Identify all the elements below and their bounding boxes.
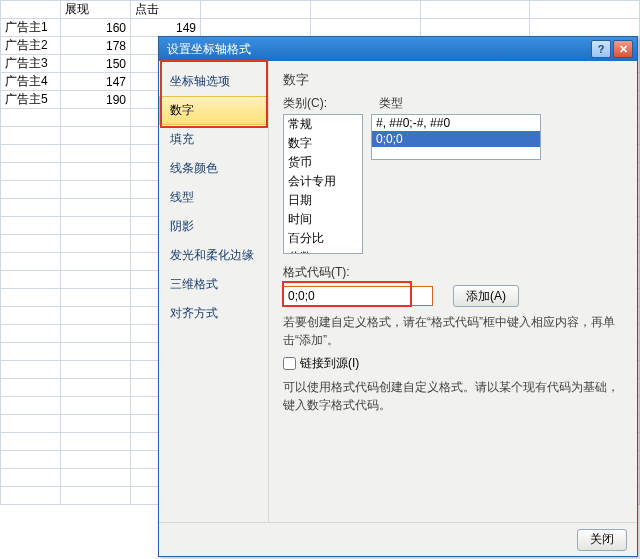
add-button[interactable]: 添加(A) <box>453 285 519 307</box>
sidebar-item-axis-options[interactable]: 坐标轴选项 <box>159 67 268 96</box>
empty-cell <box>530 1 640 19</box>
sidebar-item-3d[interactable]: 三维格式 <box>159 270 268 299</box>
table-row: 广告主1160149 <box>1 19 640 37</box>
cell[interactable]: 149 <box>131 19 201 37</box>
type-label: 类型 <box>379 95 403 112</box>
sidebar-item-line-style[interactable]: 线型 <box>159 183 268 212</box>
empty-cell <box>420 1 530 19</box>
cell[interactable]: 178 <box>61 37 131 55</box>
list-item[interactable]: 数字 <box>284 134 362 153</box>
cell[interactable]: 广告主1 <box>1 19 61 37</box>
sidebar-item-glow[interactable]: 发光和柔化边缘 <box>159 241 268 270</box>
cell[interactable]: 190 <box>61 91 131 109</box>
panel-title: 数字 <box>283 71 623 89</box>
list-item[interactable]: 会计专用 <box>284 172 362 191</box>
category-listbox[interactable]: 常规 数字 货币 会计专用 日期 时间 百分比 分数 科学记数 文本 特殊格式 … <box>283 114 363 254</box>
number-panel: 数字 类别(C): 类型 常规 数字 货币 会计专用 日期 时间 百分比 分数 … <box>269 61 637 522</box>
cell[interactable]: 广告主5 <box>1 91 61 109</box>
list-item[interactable]: 日期 <box>284 191 362 210</box>
col-header-b: 展现 <box>61 1 131 19</box>
sidebar-item-fill[interactable]: 填充 <box>159 125 268 154</box>
linked-label: 链接到源(I) <box>300 355 359 372</box>
cell[interactable]: 150 <box>61 55 131 73</box>
list-item[interactable]: 0;0;0 <box>372 131 540 147</box>
dialog-sidebar: 坐标轴选项 数字 填充 线条颜色 线型 阴影 发光和柔化边缘 三维格式 对齐方式 <box>159 61 269 522</box>
sidebar-item-shadow[interactable]: 阴影 <box>159 212 268 241</box>
empty-cell <box>310 1 420 19</box>
category-label: 类别(C): <box>283 95 327 112</box>
cell[interactable]: 147 <box>61 73 131 91</box>
help-text-1: 若要创建自定义格式，请在“格式代码”框中键入相应内容，再单击“添加”。 <box>283 313 623 349</box>
linked-checkbox[interactable] <box>283 357 296 370</box>
dialog-title: 设置坐标轴格式 <box>167 41 589 58</box>
list-item[interactable]: #, ##0;-#, ##0 <box>372 115 540 131</box>
list-item[interactable]: 时间 <box>284 210 362 229</box>
format-code-label: 格式代码(T): <box>283 264 623 281</box>
help-text-2: 可以使用格式代码创建自定义格式。请以某个现有代码为基础，键入数字格式代码。 <box>283 378 623 414</box>
cell[interactable]: 广告主2 <box>1 37 61 55</box>
cell[interactable]: 160 <box>61 19 131 37</box>
cell[interactable]: 广告主3 <box>1 55 61 73</box>
sidebar-item-alignment[interactable]: 对齐方式 <box>159 299 268 328</box>
format-axis-dialog: 设置坐标轴格式 ? ✕ 坐标轴选项 数字 填充 线条颜色 线型 阴影 发光和柔化… <box>158 36 638 557</box>
type-listbox[interactable]: #, ##0;-#, ##0 0;0;0 <box>371 114 541 160</box>
empty-cell <box>201 1 311 19</box>
col-header-c: 点击 <box>131 1 201 19</box>
format-code-input[interactable] <box>283 286 433 306</box>
sidebar-item-number[interactable]: 数字 <box>159 96 268 125</box>
dialog-footer: 关闭 <box>159 522 637 556</box>
list-item[interactable]: 百分比 <box>284 229 362 248</box>
col-header-a <box>1 1 61 19</box>
list-item[interactable]: 常规 <box>284 115 362 134</box>
cell[interactable]: 广告主4 <box>1 73 61 91</box>
list-item[interactable]: 货币 <box>284 153 362 172</box>
dialog-titlebar[interactable]: 设置坐标轴格式 ? ✕ <box>159 37 637 61</box>
close-button[interactable]: 关闭 <box>577 529 627 551</box>
close-icon[interactable]: ✕ <box>613 40 633 58</box>
list-item[interactable]: 分数 <box>284 248 362 254</box>
sidebar-item-line-color[interactable]: 线条颜色 <box>159 154 268 183</box>
help-button[interactable]: ? <box>591 40 611 58</box>
